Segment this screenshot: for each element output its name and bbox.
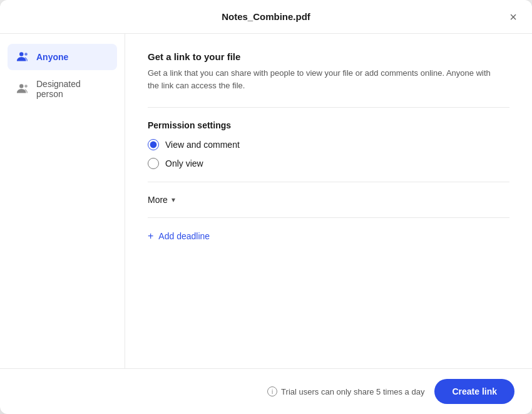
radio-view-comment-label: View and comment	[165, 140, 240, 150]
chevron-down-icon: ▾	[171, 195, 175, 204]
radio-view-comment-input[interactable]	[148, 139, 159, 150]
modal-footer: i Trial users can only share 5 times a d…	[0, 368, 532, 414]
divider-3	[148, 217, 509, 218]
radio-group: View and comment Only view	[148, 139, 509, 169]
svg-point-0	[19, 52, 23, 56]
link-section: Get a link to your file Get a link that …	[148, 51, 509, 92]
main-content: Get a link to your file Get a link that …	[125, 34, 532, 368]
create-link-button[interactable]: Create link	[434, 379, 514, 404]
radio-only-view-label: Only view	[165, 158, 203, 168]
radio-view-comment[interactable]: View and comment	[148, 139, 509, 150]
modal-header: Notes_Combine.pdf ×	[0, 0, 532, 34]
svg-point-3	[24, 85, 28, 88]
modal-body: Anyone Designated person Get a link to y…	[0, 34, 532, 368]
trial-notice: i Trial users can only share 5 times a d…	[267, 386, 424, 396]
permission-title: Permission settings	[148, 120, 509, 130]
radio-only-view[interactable]: Only view	[148, 158, 509, 169]
divider-1	[148, 107, 509, 108]
radio-only-view-input[interactable]	[148, 158, 159, 169]
link-section-title: Get a link to your file	[148, 51, 509, 62]
group-icon	[16, 50, 30, 64]
close-button[interactable]: ×	[507, 8, 519, 26]
svg-point-1	[24, 53, 28, 56]
more-label: More	[148, 195, 168, 205]
plus-icon: +	[148, 230, 153, 242]
link-section-desc: Get a link that you can share with peopl…	[148, 67, 498, 92]
divider-2	[148, 182, 509, 182]
add-deadline-button[interactable]: + Add deadline	[148, 230, 509, 242]
info-icon: i	[267, 386, 277, 396]
more-section[interactable]: More ▾	[148, 195, 509, 205]
trial-notice-text: Trial users can only share 5 times a day	[281, 387, 424, 396]
sidebar-item-anyone-label: Anyone	[36, 52, 68, 62]
permission-section: Permission settings View and comment Onl…	[148, 120, 509, 169]
svg-point-2	[19, 84, 23, 88]
sidebar-item-anyone[interactable]: Anyone	[8, 44, 117, 70]
modal-container: Notes_Combine.pdf × Anyone	[0, 0, 532, 414]
add-deadline-label: Add deadline	[158, 231, 210, 241]
sidebar-item-designated-label: Designated person	[36, 79, 108, 99]
person-icon	[16, 82, 30, 96]
sidebar-item-designated[interactable]: Designated person	[8, 73, 117, 105]
modal-title: Notes_Combine.pdf	[222, 11, 310, 22]
sidebar: Anyone Designated person	[0, 34, 125, 368]
